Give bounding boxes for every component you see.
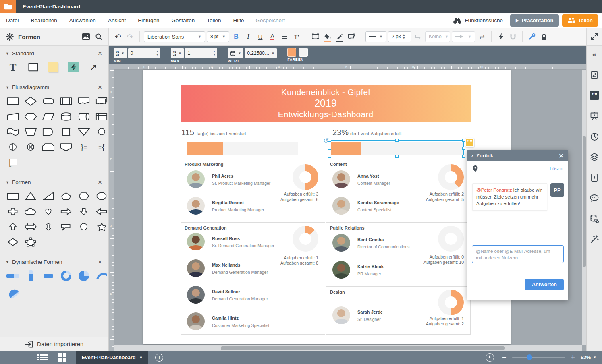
shape-progress-bar-small[interactable] — [41, 270, 56, 282]
shape-progress-half[interactable] — [6, 287, 20, 299]
collapse-panel-button[interactable]: « — [590, 50, 599, 59]
line-style-select[interactable]: ▼ — [365, 31, 386, 42]
shape-connector[interactable] — [94, 126, 109, 138]
undo-button[interactable]: ↶ — [113, 31, 123, 43]
shape-database[interactable] — [59, 110, 73, 122]
card-design[interactable]: Design Sarah Jerde Sr. Designer Aufgaben… — [326, 287, 471, 335]
shape-terminator[interactable] — [41, 95, 56, 107]
comment-card[interactable]: @Peter Pongratz Ich glaube wir müssen Zi… — [472, 183, 547, 211]
present-panel-button[interactable] — [590, 111, 599, 121]
menu-datei[interactable]: Datei — [0, 17, 25, 23]
shape-circle[interactable] — [77, 221, 91, 233]
shape-manager-icon[interactable] — [6, 33, 14, 41]
swap-direction-button[interactable]: ⇄ — [477, 31, 487, 43]
page-settings-button[interactable] — [590, 70, 599, 80]
shape-line[interactable]: ↗ — [86, 61, 101, 73]
redo-button[interactable]: ↷ — [125, 31, 135, 43]
shape-arrow-left[interactable] — [94, 205, 109, 217]
min-field-select[interactable]: 0123 ▼ — [114, 48, 127, 58]
shape-merge[interactable] — [77, 126, 91, 138]
italic-button[interactable]: I — [243, 31, 253, 43]
document-page[interactable]: Kundeneinblick - Gipfel 2019 Entwicklung… — [143, 70, 511, 344]
min-value-input[interactable]: 0 ▲▼ — [128, 48, 160, 58]
shape-text[interactable]: T — [6, 61, 20, 73]
shape-progress-bar-vertical[interactable] — [23, 270, 38, 282]
selection-handle[interactable] — [395, 139, 399, 142]
shape-rectangle-2[interactable] — [6, 190, 20, 202]
shape-arrow-up[interactable] — [6, 221, 20, 233]
reply-input[interactable]: @Name oder @E-Mail-Adresse, um mit ander… — [472, 245, 564, 263]
zoom-slider-knob[interactable] — [527, 354, 532, 360]
location-pin-icon[interactable] — [472, 165, 478, 172]
shape-frame-button[interactable] — [310, 31, 321, 43]
fill-swatch-orange[interactable] — [287, 48, 296, 57]
history-button[interactable] — [590, 132, 599, 141]
shape-manual-input[interactable] — [6, 110, 20, 122]
max-value-input[interactable]: 1 ▲▼ — [185, 48, 217, 58]
shape-brace-left[interactable]: ≡{ — [94, 141, 109, 153]
search-icon[interactable] — [95, 33, 103, 41]
menu-hilfe[interactable]: Hilfe — [227, 17, 250, 23]
share-button[interactable]: Teilen — [562, 14, 598, 27]
shape-internal-storage[interactable] — [94, 110, 109, 122]
section-caret-icon[interactable]: ▼ — [6, 180, 9, 184]
card-content[interactable]: Content Anna Yost Content Manager Kendra… — [326, 159, 471, 223]
menu-ansicht[interactable]: Ansicht — [102, 17, 132, 23]
shape-direct-access-storage[interactable] — [77, 110, 91, 122]
donut-chart[interactable] — [293, 226, 318, 252]
selection-handle[interactable] — [395, 155, 399, 158]
comments-button[interactable]: ”” — [590, 91, 599, 100]
menu-bearbeiten[interactable]: Bearbeiten — [25, 17, 63, 23]
section-caret-icon[interactable]: ▼ — [6, 52, 9, 56]
shape-paper-tape[interactable] — [6, 126, 20, 138]
section-caret-icon[interactable]: ▼ — [6, 260, 9, 264]
stepper-icon[interactable]: ▲▼ — [403, 33, 405, 39]
shape-brace-right[interactable]: }≡ — [77, 141, 91, 153]
close-icon[interactable]: × — [98, 50, 102, 57]
locate-icon[interactable] — [486, 353, 494, 362]
days-progress-bar[interactable] — [187, 142, 298, 155]
card-produkt-marketing[interactable]: Produkt Marketing Phil Acres Sr. Product… — [181, 159, 325, 223]
mention-link[interactable]: @Peter Pongratz — [476, 188, 512, 192]
resolve-link[interactable]: Lösen — [550, 166, 563, 172]
shape-delay[interactable] — [41, 126, 56, 138]
shape-dynamic[interactable] — [66, 61, 81, 73]
shape-display[interactable] — [59, 126, 73, 138]
shape-manual-operation[interactable] — [23, 126, 38, 138]
shape-star[interactable] — [94, 221, 109, 233]
line-color-button[interactable] — [334, 31, 345, 43]
shape-decision[interactable] — [23, 95, 38, 107]
selection-handle[interactable] — [462, 147, 465, 150]
donut-chart[interactable] — [438, 290, 464, 315]
donut-chart[interactable] — [293, 164, 318, 190]
close-icon[interactable]: ✕ — [558, 152, 564, 160]
shape-triangle[interactable] — [23, 190, 38, 202]
document-folder-icon[interactable] — [0, 0, 16, 13]
shape-right-triangle[interactable] — [41, 190, 56, 202]
fill-color-button[interactable] — [322, 31, 333, 43]
shape-pentagon[interactable] — [59, 190, 73, 202]
menu-gestalten[interactable]: Gestalten — [165, 17, 201, 23]
font-size-select[interactable]: 8 pt▼ — [207, 31, 229, 42]
donut-chart[interactable] — [438, 226, 464, 252]
shape-data[interactable] — [41, 110, 56, 122]
donut-chart[interactable] — [438, 164, 464, 190]
shape-cloud[interactable] — [23, 205, 38, 217]
page-tab[interactable]: Event-Plan-Dashboard ▼ — [76, 351, 149, 364]
shape-process[interactable] — [6, 95, 20, 107]
selection-handle[interactable] — [462, 139, 465, 142]
presentation-button[interactable]: ▶ Präsentation — [510, 14, 559, 27]
shape-rectangle[interactable] — [26, 61, 40, 73]
shape-document[interactable] — [77, 95, 91, 107]
image-icon[interactable] — [82, 33, 90, 40]
shape-summing-junction[interactable] — [23, 141, 38, 153]
close-icon[interactable]: × — [98, 259, 102, 265]
comment-pin[interactable]: ”” — [465, 138, 474, 147]
layers-button[interactable] — [590, 152, 599, 162]
zoom-in-button[interactable]: + — [571, 353, 575, 362]
stepper-icon[interactable]: ▲▼ — [156, 50, 159, 56]
tools-button[interactable] — [527, 31, 537, 43]
shape-arrow-right[interactable] — [59, 205, 73, 217]
shape-heart[interactable] — [41, 205, 56, 217]
canvas-horizontal-scrollbar[interactable] — [114, 345, 582, 351]
